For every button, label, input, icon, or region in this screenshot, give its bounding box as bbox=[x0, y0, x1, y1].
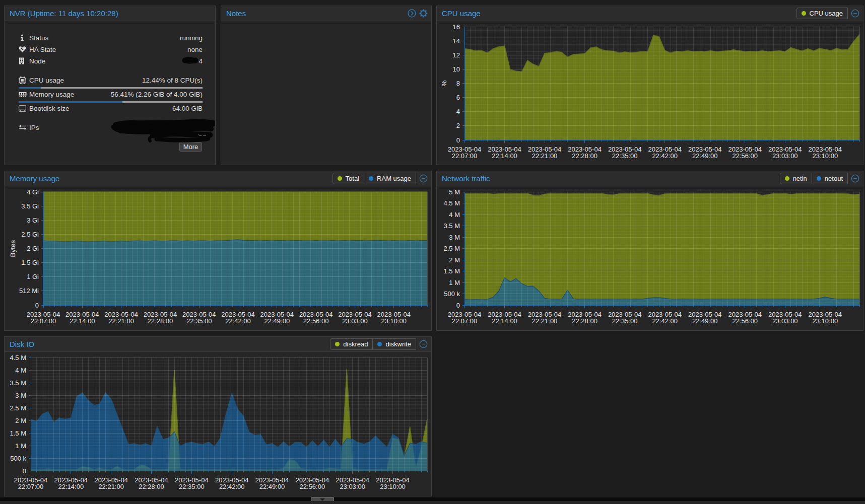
total-legend-dot bbox=[338, 176, 342, 181]
proxmox-vm-summary-page: NVR (Uptime: 11 days 10:20:28) Status ru… bbox=[0, 0, 865, 504]
memory-usage-chart: 0512 Mi1 Gi1.5 Gi2 Gi2.5 Gi3 Gi3.5 Gi4 G… bbox=[5, 186, 431, 330]
panel-cpu-chart-body: 02468101214162023-05-0422:07:002023-05-0… bbox=[437, 21, 863, 165]
panel-network-chart: Network traffic netin netout 0500 k1 M1.… bbox=[436, 171, 863, 331]
more-button[interactable]: More bbox=[179, 142, 202, 152]
panel-cpu-chart: CPU usage CPU usage 02468101214162023-05… bbox=[436, 6, 863, 165]
svg-text:%: % bbox=[440, 80, 448, 86]
cpu-usage-chart: 02468101214162023-05-0422:07:002023-05-0… bbox=[437, 21, 863, 165]
diskwrite-legend-label: diskwrite bbox=[385, 340, 411, 348]
diskread-legend-dot bbox=[335, 342, 340, 346]
svg-text:1 Gi: 1 Gi bbox=[27, 273, 39, 280]
svg-text:2.5 Gi: 2.5 Gi bbox=[21, 231, 39, 238]
cpu-chart-title: CPU usage bbox=[442, 10, 481, 17]
svg-text:22:56:00: 22:56:00 bbox=[303, 317, 329, 325]
svg-text:1.5 M: 1.5 M bbox=[443, 267, 460, 275]
svg-text:4.5 M: 4.5 M bbox=[10, 354, 26, 362]
harddisk-icon bbox=[19, 105, 29, 112]
svg-text:22:21:00: 22:21:00 bbox=[98, 483, 124, 490]
svg-text:22:28:00: 22:28:00 bbox=[572, 152, 597, 160]
svg-text:22:28:00: 22:28:00 bbox=[572, 317, 597, 325]
network-traffic-chart: 0500 k1 M1.5 M2 M2.5 M3 M3.5 M4 M4.5 M5 … bbox=[437, 186, 863, 330]
svg-text:5 M: 5 M bbox=[449, 188, 460, 196]
ips-row: IPs bbox=[19, 123, 203, 131]
svg-text:16: 16 bbox=[453, 23, 460, 31]
svg-text:500 k: 500 k bbox=[10, 455, 26, 462]
legend-item-diskwrite[interactable]: diskwrite bbox=[373, 338, 416, 350]
memory-usage-progress-fill bbox=[19, 101, 122, 103]
svg-text:23:03:00: 23:03:00 bbox=[772, 317, 798, 325]
panel-vm-status-header: NVR (Uptime: 11 days 10:20:28) bbox=[5, 6, 215, 21]
svg-text:1.5 M: 1.5 M bbox=[10, 429, 26, 437]
network-chart-legend: netin netout bbox=[780, 173, 859, 184]
svg-text:23:10:00: 23:10:00 bbox=[813, 317, 838, 325]
ha-state-row-value: none bbox=[187, 46, 203, 53]
svg-text:0: 0 bbox=[23, 467, 26, 475]
cpu-usage-row: CPU usage 12.44% of 8 CPU(s) bbox=[19, 76, 203, 84]
cpu-usage-progress-fill bbox=[19, 87, 41, 89]
total-legend-label: Total bbox=[346, 175, 359, 182]
network-chart-title: Network traffic bbox=[442, 175, 490, 182]
building-icon bbox=[19, 57, 29, 64]
svg-text:3 M: 3 M bbox=[449, 234, 460, 241]
ram-usage-legend-dot bbox=[369, 176, 373, 181]
svg-text:22:49:00: 22:49:00 bbox=[692, 152, 718, 160]
svg-text:2 M: 2 M bbox=[449, 256, 460, 264]
cpu-usage-row-value: 12.44% of 8 CPU(s) bbox=[142, 77, 203, 84]
svg-text:22:28:00: 22:28:00 bbox=[139, 483, 164, 490]
svg-text:22:49:00: 22:49:00 bbox=[692, 317, 718, 325]
svg-text:3.5 M: 3.5 M bbox=[443, 222, 460, 230]
svg-text:4: 4 bbox=[456, 108, 460, 115]
panel-network-chart-header: Network traffic netin netout bbox=[437, 171, 863, 186]
panel-memory-chart-body: 0512 Mi1 Gi1.5 Gi2 Gi2.5 Gi3 Gi3.5 Gi4 G… bbox=[5, 186, 431, 330]
node-row: Node 4 bbox=[19, 57, 203, 65]
svg-text:1 M: 1 M bbox=[15, 442, 26, 450]
cpu-chart-collapse-icon[interactable] bbox=[851, 9, 859, 18]
svg-text:23:03:00: 23:03:00 bbox=[772, 152, 798, 160]
svg-text:2 M: 2 M bbox=[15, 417, 26, 424]
memory-chart-title: Memory usage bbox=[10, 175, 59, 182]
ram-usage-legend-label: RAM usage bbox=[377, 175, 411, 182]
svg-text:1 M: 1 M bbox=[449, 279, 460, 286]
memory-usage-progressbar bbox=[19, 101, 203, 103]
svg-text:22:14:00: 22:14:00 bbox=[58, 483, 84, 490]
panel-notes-body[interactable] bbox=[221, 21, 431, 165]
svg-text:22:28:00: 22:28:00 bbox=[148, 317, 173, 325]
svg-text:23:10:00: 23:10:00 bbox=[380, 483, 406, 490]
svg-text:22:35:00: 22:35:00 bbox=[186, 317, 212, 325]
cpu-usage-progressbar bbox=[19, 87, 203, 89]
network-chart-collapse-icon[interactable] bbox=[851, 174, 859, 183]
legend-item-ram-usage[interactable]: RAM usage bbox=[364, 173, 416, 184]
panel-vm-status-body: Status running HA State none Node 4 bbox=[5, 21, 215, 165]
cpu-usage-legend-dot bbox=[802, 11, 806, 16]
svg-text:6: 6 bbox=[456, 94, 460, 101]
diskwrite-legend-dot bbox=[377, 342, 382, 346]
legend-item-netout[interactable]: netout bbox=[812, 173, 848, 184]
svg-text:22:21:00: 22:21:00 bbox=[108, 317, 134, 325]
legend-item-netin[interactable]: netin bbox=[780, 173, 812, 184]
memory-usage-row: Memory usage 56.41% (2.26 GiB of 4.00 Gi… bbox=[19, 90, 203, 98]
legend-item-cpu-usage[interactable]: CPU usage bbox=[796, 8, 848, 19]
svg-text:22:21:00: 22:21:00 bbox=[532, 317, 558, 325]
memory-usage-row-label: Memory usage bbox=[29, 91, 74, 98]
cpu-usage-legend-label: CPU usage bbox=[810, 10, 843, 17]
memory-chart-legend: Total RAM usage bbox=[332, 173, 428, 184]
legend-item-diskread[interactable]: diskread bbox=[330, 338, 373, 350]
cpu-usage-row-label: CPU usage bbox=[29, 77, 64, 84]
panel-memory-chart-header: Memory usage Total RAM usage bbox=[5, 171, 431, 186]
svg-text:Bytes: Bytes bbox=[9, 240, 17, 257]
status-row: Status running bbox=[19, 34, 203, 42]
bottom-log-panel-edge bbox=[0, 501, 865, 504]
ips-icon bbox=[19, 124, 29, 130]
notes-settings-gear-icon[interactable] bbox=[419, 9, 428, 18]
panel-cpu-chart-header: CPU usage CPU usage bbox=[437, 6, 863, 21]
disk-chart-collapse-icon[interactable] bbox=[419, 340, 428, 348]
memory-chart-collapse-icon[interactable] bbox=[419, 174, 428, 183]
svg-text:22:49:00: 22:49:00 bbox=[259, 483, 285, 490]
svg-text:22:42:00: 22:42:00 bbox=[219, 483, 245, 490]
bottom-splitter[interactable] bbox=[0, 497, 865, 501]
bootdisk-row: Bootdisk size 64.00 GiB bbox=[19, 104, 203, 112]
bootdisk-row-value: 64.00 GiB bbox=[172, 105, 203, 112]
notes-edit-icon[interactable] bbox=[408, 9, 416, 18]
netout-legend-dot bbox=[817, 176, 821, 181]
legend-item-total[interactable]: Total bbox=[332, 173, 364, 184]
